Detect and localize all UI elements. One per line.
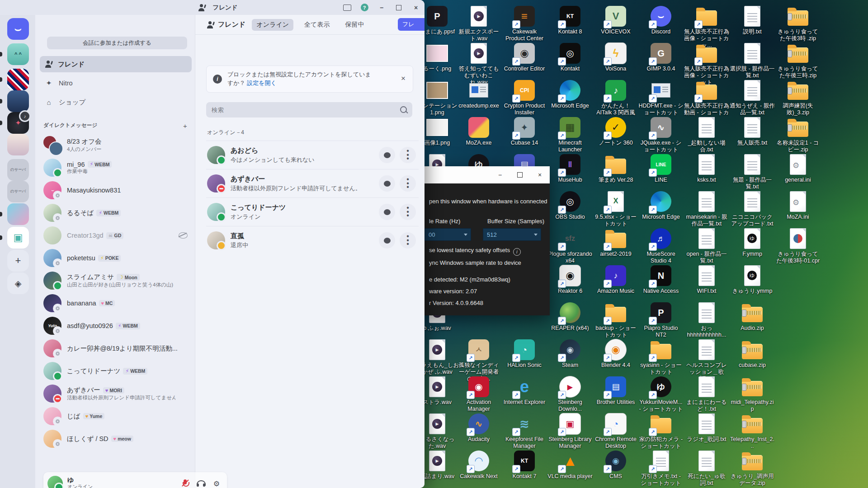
info-icon[interactable]: i (513, 248, 521, 256)
desktop-icon[interactable]: ◉↗CMS (593, 450, 638, 480)
message-button[interactable] (379, 204, 395, 220)
desktop-icon[interactable]: ▲↗VLC media player (547, 450, 593, 480)
dm-row[interactable]: ほしくず / SD♥meow (35, 427, 195, 450)
dialog-close-button[interactable]: × (530, 166, 550, 183)
desktop-icon[interactable]: ニコニコバックアップコード.txt (730, 191, 775, 227)
dialog-minimize-button[interactable]: − (490, 166, 510, 183)
desktop-icon[interactable]: CPI↗Crypton Product Installer (502, 80, 547, 116)
explore-servers-button[interactable]: ◈ (7, 272, 29, 294)
desktop-icon[interactable]: ∿↗JQuake.exe - ショートカット (638, 117, 684, 153)
desktop-icon[interactable]: ゆ↗YukkuriMovieM... - ショートカット (638, 376, 684, 413)
desktop-icon[interactable]: ラジオ_歌詞.txt (684, 413, 729, 443)
desktop-icon[interactable]: ✦↗Cubase 14 (502, 117, 547, 146)
desktop-icon[interactable]: ↗backup - ショートカット (593, 302, 638, 338)
dm-row[interactable]: ⌣Masayukisnow831 (35, 179, 195, 202)
desktop-icon[interactable]: 無題 - 親作品一覧.txt (730, 154, 775, 190)
mic-muted-icon[interactable] (179, 478, 191, 488)
tab-all[interactable]: 全て表示 (300, 19, 334, 31)
desktop-icon[interactable]: ϟ↗VoiSona (593, 42, 638, 72)
add-server-button[interactable]: + (7, 250, 29, 272)
desktop-icon[interactable]: ◠↗Cakewalk Next (456, 450, 501, 480)
server-discord-home[interactable]: ⌣ (7, 18, 29, 40)
server-server-fireworks[interactable]: ✦♪ (7, 112, 29, 134)
desktop-icon[interactable]: ↗家の防犯カメラ - ショートカット (638, 413, 684, 450)
dm-row[interactable]: あずきバー♥MORI活動者様以外原則フレンド申請許可してません。 (35, 382, 195, 405)
desktop-icon[interactable]: ◉↗Blender 4.4 (593, 339, 638, 369)
dm-row[interactable]: Yutoasdf@yuto0926⚡WEBM (35, 314, 195, 337)
desktop-icon[interactable]: きゅうり_調声用データ.zip (730, 450, 775, 487)
desktop-icon[interactable]: 調声練習(失敗)_3.zip (775, 80, 821, 116)
desktop-icon[interactable]: 無人販売.txt (730, 117, 775, 146)
settings-gear-icon[interactable]: ⚙ (211, 478, 222, 488)
headphones-icon[interactable] (195, 478, 207, 488)
desktop-icon[interactable]: ゆきゅうり.ymmp (730, 265, 775, 295)
help-icon[interactable]: ? (356, 0, 373, 15)
server-server-easel[interactable]: ▣ (7, 227, 29, 249)
dm-row[interactable]: スライムアミサ☽Moon山田と山田が好き(山田リョウと笑う4体の山) (35, 269, 195, 292)
desktop-icon[interactable]: まにまにわーるど！.txt (684, 376, 729, 413)
desktop-icon[interactable]: ↗無人販売不正行為動画 - ショートカット (684, 80, 729, 122)
desktop-icon[interactable]: MoZA.exe (456, 117, 501, 146)
more-options-button[interactable]: ••• (400, 175, 416, 192)
sidebar-item-nitro[interactable]: ✦ Nitro (40, 75, 192, 91)
popout-window-icon[interactable] (339, 0, 356, 15)
desktop-icon[interactable]: ♪↗Amazon Music (593, 265, 638, 295)
add-friend-button[interactable]: フレ (398, 18, 425, 31)
desktop-icon[interactable]: ↗HDDFMT.exe - ショートカット (638, 80, 684, 116)
desktop-icon[interactable]: N↗Native Access (638, 265, 684, 295)
search-input[interactable] (206, 102, 412, 117)
server-server-photo-suit[interactable] (7, 90, 29, 112)
desktop-icon[interactable]: 説明.txt (730, 5, 775, 35)
desktop-icon[interactable]: ‖↗MuseHub (547, 154, 593, 183)
dm-row[interactable]: poketetsu⚡POKE (35, 247, 195, 269)
desktop-icon[interactable]: ↗Microsoft Edge (547, 80, 593, 109)
more-options-button[interactable]: ••• (400, 147, 416, 163)
desktop-icon[interactable]: ≡↗Cakewalk Product Center (502, 5, 547, 42)
desktop-icon[interactable]: ↗airset2-2019 (593, 228, 638, 258)
desktop-icon[interactable]: ↗無人販売不正行為画像 - ショートカット (684, 42, 729, 85)
desktop-icon[interactable]: X↗9.5.xlsx - ショートカット (593, 191, 638, 227)
desktop-icon[interactable]: ▤↗Brother Utilities (593, 376, 638, 406)
desktop-icon[interactable]: ◉↗Activation Manager (456, 376, 501, 413)
server-server-teal-face[interactable]: ^ ^ (7, 43, 29, 65)
desktop-icon[interactable]: ↗syasinn - ショートカット (638, 339, 684, 375)
dm-row[interactable]: るるそば⚡WEBM (35, 202, 195, 224)
dm-row[interactable]: Creator13gd☠GD (35, 224, 195, 247)
desktop-icon[interactable]: manisekarin - 親作品一覧.txt (684, 191, 729, 227)
info-close-icon[interactable]: × (401, 74, 406, 83)
desktop-icon[interactable]: ↗REAPER (x64) (547, 302, 593, 332)
sample-rate-select[interactable]: 00 (425, 228, 471, 241)
desktop-icon[interactable]: G↗GIMP 3.0.4 (638, 42, 684, 72)
desktop-icon[interactable]: Telepathy_Inst_2... (730, 413, 775, 450)
desktop-icon[interactable]: ヘルスコンプレッション＿歌詞.txt (684, 339, 729, 382)
dm-row[interactable]: mi_96⚡WEBM作業中毒 (35, 156, 195, 179)
dm-row[interactable]: じば♥Yume (35, 405, 195, 427)
desktop-icon[interactable]: きゅうり食ってた午後3時-01.cpr (775, 228, 821, 264)
dm-row[interactable]: こってりドーナツ⚡WEBM (35, 360, 195, 382)
desktop-icon[interactable]: ksks.txt (684, 154, 729, 183)
desktop-icon[interactable]: ◉↗Controller Editor (502, 42, 547, 72)
desktop-icon[interactable]: ㅅ↗孤独なインディーゲーム開発者の一生 ... (456, 339, 501, 382)
user-panel[interactable]: ゆ オンライン ⚙ (43, 472, 227, 488)
server-server-gray-1[interactable]: のサーバ (7, 159, 29, 181)
server-server-flag[interactable] (7, 69, 29, 90)
desktop-icon[interactable]: ▶答え知っててもむずいわこれ.wav (456, 42, 501, 85)
desktop-icon[interactable]: ↗万引きメモ.txt - ショートカット (638, 450, 684, 487)
desktop-icon[interactable]: ⚙general.ini (775, 154, 821, 183)
message-button[interactable] (379, 147, 395, 163)
desktop-icon[interactable]: ≋↗Keepforest File Manager (502, 413, 547, 450)
close-button[interactable]: × (407, 0, 425, 15)
friend-search[interactable] (206, 102, 412, 117)
dialog-maximize-button[interactable] (510, 166, 530, 183)
desktop-icon[interactable]: ▦↗Minecraft Launcher (547, 117, 593, 153)
desktop-icon[interactable]: LINE↗LINE (638, 154, 684, 183)
desktop-icon[interactable]: V↗VOICEVOX (593, 5, 638, 35)
desktop-icon[interactable]: createdump.exe (456, 80, 501, 109)
message-button[interactable] (379, 175, 395, 192)
desktop-icon[interactable]: WIFI.txt (684, 265, 729, 295)
desktop-icon[interactable]: ♪↗かんたん！ AITalk 3 関西風 (593, 80, 638, 116)
desktop-icon[interactable]: ↗無人販売不正行為画像 - ショートカッ... (684, 5, 729, 48)
desktop-icon[interactable]: ◉↗Steam (547, 339, 593, 369)
desktop-icon[interactable]: きゅうり食ってた午後3時 .zip (775, 5, 821, 42)
desktop-icon[interactable]: ▣↗Steinberg Library Manager (547, 413, 593, 450)
